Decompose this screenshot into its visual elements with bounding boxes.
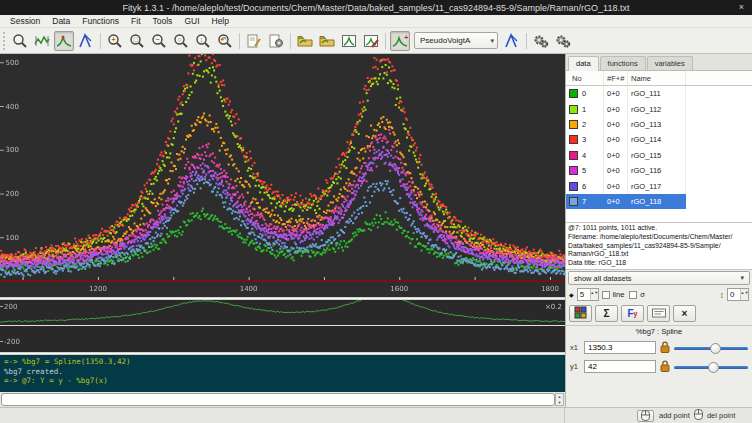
dataset-color-swatch[interactable] [569, 197, 578, 206]
dataset-fcount: 0+0 [604, 117, 628, 132]
tab-variables[interactable]: variables [647, 56, 693, 70]
dataset-color-swatch[interactable] [569, 89, 578, 98]
zoom-undo-icon[interactable]: ↶ [215, 31, 235, 51]
save-image-icon[interactable] [361, 31, 381, 51]
param-x1-slider[interactable] [674, 342, 748, 354]
dataset-fcount: 0+0 [604, 101, 628, 116]
dataset-color-swatch[interactable] [569, 120, 578, 129]
add-peak-mode-icon[interactable] [54, 31, 74, 51]
zoom-vert-icon[interactable]: ↕ [193, 31, 213, 51]
function-title: %bg7 : Spline [566, 327, 752, 338]
dataset-no: 0 [582, 89, 586, 98]
plot-column: =-> %bg7 = Spline(1350.3,42)%bg7 created… [0, 54, 565, 407]
lock-icon[interactable] [660, 341, 670, 355]
close-icon[interactable]: × [735, 1, 748, 14]
info-line: Filename: /home/aleplo/test/Documents/Ch… [568, 233, 750, 242]
dataset-no: 6 [582, 182, 586, 191]
dataset-filter-value: show all datasets [574, 274, 632, 283]
param-y1-slider[interactable] [674, 361, 748, 373]
load-data-icon[interactable] [295, 31, 315, 51]
menu-fit[interactable]: Fit [125, 16, 146, 26]
define-function-icon[interactable] [502, 31, 522, 51]
sidebar: datafunctionsvariables No #F+# Name 0 0+… [565, 54, 752, 407]
run-script-icon[interactable] [266, 31, 286, 51]
save-session-icon[interactable] [339, 31, 359, 51]
edit-script-icon[interactable] [244, 31, 264, 51]
function-type-combo[interactable]: PseudoVoigtA▾ [414, 32, 498, 49]
table-row[interactable]: 2 0+0 rGO_113 [566, 117, 752, 132]
zoom-mode-icon[interactable] [10, 31, 30, 51]
drag-peak-mode-icon[interactable] [76, 31, 96, 51]
auto-add-peak-icon[interactable]: + [390, 31, 410, 51]
dataset-name: rGO_114 [628, 132, 686, 147]
toolbar-separator [526, 33, 527, 49]
dataset-no: 1 [582, 105, 586, 114]
dataset-no: 3 [582, 135, 586, 144]
mouse-config-button[interactable] [637, 410, 654, 422]
zoom-out-icon[interactable]: − [149, 31, 169, 51]
copy-to-function-button[interactable]: Fy [621, 305, 644, 322]
menu-data[interactable]: Data [46, 16, 76, 26]
col-name: Name [628, 71, 686, 85]
svg-text:−: − [155, 36, 159, 43]
function-type-value: PseudoVoigtA [420, 36, 470, 45]
dataset-color-swatch[interactable] [569, 166, 578, 175]
point-size-stepper[interactable]: 5 ▲▼ [577, 288, 599, 301]
col-f: #F+# [604, 71, 628, 85]
run-fit-icon[interactable] [531, 31, 551, 51]
dataset-color-swatch[interactable] [569, 105, 578, 114]
spinner-arrows-icon[interactable]: ▲▼ [740, 289, 748, 300]
shift-stepper[interactable]: 0 ▲▼ [727, 288, 749, 301]
param-row-y1: y1 [566, 357, 752, 376]
table-row[interactable]: 6 0+0 rGO_117 [566, 178, 752, 193]
svg-text:↶: ↶ [220, 36, 227, 43]
point-size-icon: ◆ [569, 291, 574, 298]
table-row[interactable]: 5 0+0 rGO_116 [566, 163, 752, 178]
spinner-arrows-icon[interactable]: ▲▼ [590, 289, 598, 300]
sigma-checkbox-label: σ [640, 290, 645, 299]
menu-functions[interactable]: Functions [76, 16, 125, 26]
point-size-value: 5 [578, 289, 590, 300]
panel-divider [566, 325, 752, 326]
menu-help[interactable]: Help [206, 16, 235, 26]
param-x1-input[interactable] [584, 341, 656, 354]
table-row[interactable]: 4 0+0 rGO_115 [566, 148, 752, 163]
zoom-prev-icon[interactable]: □ [127, 31, 147, 51]
command-input[interactable] [1, 393, 555, 406]
sum-datasets-button[interactable]: Σ [595, 305, 618, 322]
aux-plot-canvas[interactable] [0, 300, 565, 352]
toolbar-separator [385, 33, 386, 49]
lock-icon[interactable] [660, 360, 670, 374]
fit-method-icon[interactable] [553, 31, 573, 51]
sigma-checkbox[interactable] [629, 291, 637, 299]
dataset-color-swatch[interactable] [569, 151, 578, 160]
main-plot-canvas[interactable] [0, 54, 565, 297]
dataset-filter-combo[interactable]: show all datasets ▾ [568, 271, 750, 285]
delete-dataset-button[interactable]: × [673, 305, 696, 322]
zoom-in-icon[interactable]: + [105, 31, 125, 51]
zoom-all-icon[interactable]: ○ [171, 31, 191, 51]
param-y1-input[interactable] [584, 360, 656, 373]
table-row[interactable]: 1 0+0 rGO_112 [566, 101, 752, 116]
dataset-color-swatch[interactable] [569, 135, 578, 144]
console-command-line: =-> %bg7 = Spline(1350.3,42) [4, 357, 561, 367]
menu-gui[interactable]: GUI [178, 16, 205, 26]
line-checkbox[interactable] [602, 291, 610, 299]
menu-tools[interactable]: Tools [147, 16, 179, 26]
dataset-no: 7 [582, 197, 586, 206]
tab-functions[interactable]: functions [600, 56, 646, 70]
dataset-no: 5 [582, 166, 586, 175]
table-row[interactable]: 0 0+0 rGO_111 [566, 86, 752, 101]
table-row[interactable]: 3 0+0 rGO_114 [566, 132, 752, 147]
menu-session[interactable]: Session [4, 16, 46, 26]
load-data-custom-icon[interactable] [317, 31, 337, 51]
command-history-spinner[interactable]: ▲▼ [555, 393, 564, 406]
status-bar-left [0, 408, 565, 423]
dataset-fcount: 0+0 [604, 148, 628, 163]
tab-data[interactable]: data [568, 56, 599, 71]
dataset-colors-button[interactable] [569, 305, 592, 322]
dataset-color-swatch[interactable] [569, 182, 578, 191]
data-range-mode-icon[interactable] [32, 31, 52, 51]
transform-data-button[interactable] [647, 305, 670, 322]
table-row[interactable]: 7 0+0 rGO_118 [566, 194, 752, 209]
